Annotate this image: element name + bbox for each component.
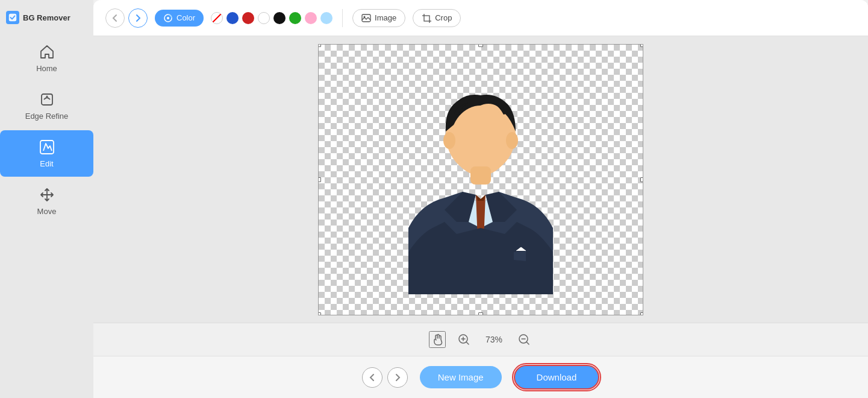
edge-refine-label: Edge Refine [25, 112, 69, 121]
new-image-label: New Image [438, 372, 484, 382]
main-area: Color Image [93, 0, 868, 398]
zoom-in-button[interactable] [455, 331, 472, 348]
crop-handle-tl[interactable] [318, 44, 321, 47]
zoom-level: 73% [482, 335, 506, 344]
color-icon [163, 13, 173, 23]
sidebar-item-home[interactable]: Home [0, 35, 93, 81]
crop-handle-br[interactable] [640, 312, 643, 315]
svg-line-21 [466, 342, 469, 344]
footer-back-button[interactable] [362, 367, 382, 388]
image-label: Image [375, 13, 396, 22]
app-logo: BG Remover [0, 6, 93, 29]
zoom-toolbar: 73% [93, 323, 868, 356]
zoom-out-button[interactable] [516, 331, 532, 348]
forward-button[interactable] [128, 8, 148, 28]
image-icon [361, 13, 371, 23]
home-icon [39, 43, 55, 60]
crop-label: Crop [435, 13, 452, 22]
toolbar: Color Image [93, 0, 868, 36]
hand-tool-button[interactable] [429, 331, 446, 348]
sidebar-item-edge-refine[interactable]: Edge Refine [0, 83, 93, 129]
swatch-blue[interactable] [226, 12, 239, 24]
edit-label: Edit [40, 159, 53, 168]
svg-point-2 [46, 96, 48, 98]
swatch-transparent[interactable] [211, 12, 223, 24]
svg-line-24 [526, 342, 529, 344]
back-button[interactable] [105, 8, 125, 28]
move-icon [39, 186, 55, 203]
subject-image [384, 65, 577, 294]
footer-nav [362, 367, 408, 388]
crop-handle-bl[interactable] [318, 312, 321, 315]
swatch-light-blue[interactable] [320, 12, 333, 24]
svg-rect-8 [424, 16, 429, 21]
image-canvas[interactable] [318, 44, 643, 315]
svg-point-17 [506, 132, 518, 149]
svg-point-5 [167, 17, 169, 19]
svg-point-14 [451, 106, 511, 175]
crop-button[interactable]: Crop [413, 9, 461, 27]
image-button[interactable]: Image [352, 9, 405, 27]
swatch-pink[interactable] [305, 12, 317, 24]
move-label: Move [37, 207, 57, 216]
swatch-green[interactable] [289, 12, 301, 24]
crop-handle-ml[interactable] [318, 177, 321, 182]
logo-icon [6, 11, 19, 24]
toolbar-nav [105, 8, 148, 28]
sidebar-item-move[interactable]: Move [0, 178, 93, 224]
crop-icon [422, 13, 431, 23]
crop-handle-bc[interactable] [478, 312, 483, 315]
swatch-red[interactable] [242, 12, 254, 24]
footer-forward-button[interactable] [387, 367, 408, 388]
svg-rect-15 [470, 166, 491, 185]
swatch-black[interactable] [273, 12, 286, 24]
app-name: BG Remover [23, 13, 70, 22]
sidebar: BG Remover Home Edge Refine Edit Move [0, 0, 93, 398]
svg-point-16 [443, 132, 455, 149]
color-swatches [211, 12, 333, 24]
swatch-white[interactable] [258, 12, 270, 24]
download-label: Download [537, 372, 577, 382]
sidebar-item-edit[interactable]: Edit [0, 130, 93, 177]
color-label: Color [176, 13, 195, 22]
home-label: Home [36, 64, 57, 73]
crop-handle-tr[interactable] [640, 44, 643, 47]
download-button[interactable]: Download [514, 365, 600, 390]
crop-handle-tc[interactable] [478, 44, 483, 47]
footer: New Image Download [93, 356, 868, 398]
color-button[interactable]: Color [155, 10, 204, 27]
new-image-button[interactable]: New Image [420, 366, 502, 388]
canvas-area [93, 36, 868, 323]
crop-handle-mr[interactable] [640, 177, 643, 182]
edge-refine-icon [39, 91, 55, 108]
toolbar-divider [342, 9, 343, 27]
edit-icon [39, 139, 55, 156]
